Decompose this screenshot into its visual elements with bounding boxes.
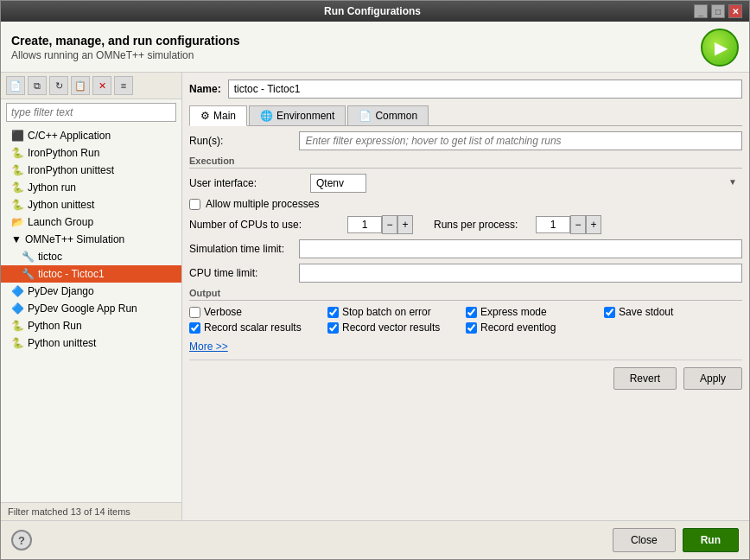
- tab-common[interactable]: 📄 Common: [347, 105, 429, 125]
- rpp-decrement[interactable]: −: [570, 215, 586, 234]
- tree-item-tictoc[interactable]: 🔧 tictoc: [1, 248, 181, 265]
- ironpython-unittest-label: IronPython unittest: [28, 164, 114, 176]
- left-panel: 📄 ⧉ ↻ 📋 ✕ ≡ ⬛ C/C++ Application 🐍 IronPy…: [1, 73, 182, 520]
- record-scalar-item: Record scalar results: [189, 321, 327, 334]
- python-unittest-icon: 🐍: [11, 337, 24, 349]
- ironpython-run-label: IronPython Run: [28, 147, 99, 159]
- cpp-icon: ⬛: [11, 130, 24, 142]
- tree-item-pydev-django[interactable]: 🔷 PyDev Django: [1, 283, 181, 300]
- output-section: Output Verbose Stop batch on error: [189, 288, 742, 353]
- filter-button[interactable]: ≡: [114, 76, 133, 95]
- minimize-button[interactable]: _: [694, 4, 708, 18]
- more-link[interactable]: More >>: [189, 340, 228, 353]
- tab-main[interactable]: ⚙ Main: [189, 105, 247, 126]
- sim-time-label: Simulation time limit:: [189, 243, 299, 255]
- help-button[interactable]: ?: [11, 530, 32, 550]
- tree-item-cpp[interactable]: ⬛ C/C++ Application: [1, 127, 181, 144]
- sim-time-input[interactable]: [299, 239, 742, 258]
- tictoc1-label: tictoc - Tictoc1: [38, 268, 105, 280]
- runs-input[interactable]: [299, 131, 742, 150]
- cpu-time-input[interactable]: [299, 264, 742, 283]
- num-cpus-increment[interactable]: +: [397, 215, 413, 234]
- ironpython-run-icon: 🐍: [11, 147, 24, 159]
- tree-item-pydev-google[interactable]: 🔷 PyDev Google App Run: [1, 300, 181, 317]
- record-vector-checkbox[interactable]: [327, 322, 339, 334]
- omnet-sim-label: OMNeT++ Simulation: [25, 233, 124, 245]
- main-tab-label: Main: [213, 110, 236, 122]
- ui-dropdown-wrap: Qtenv: [310, 174, 742, 193]
- allow-multiple-checkbox[interactable]: [189, 199, 200, 210]
- delete-button[interactable]: ✕: [92, 76, 111, 95]
- cpu-row: Number of CPUs to use: − + Runs per proc…: [189, 215, 742, 234]
- runs-per-process-input[interactable]: [536, 216, 570, 233]
- ui-dropdown[interactable]: Qtenv: [310, 174, 366, 193]
- tree-item-python-run[interactable]: 🐍 Python Run: [1, 317, 181, 334]
- jython-run-label: Jython run: [28, 181, 76, 194]
- save-stdout-checkbox[interactable]: [604, 307, 615, 318]
- tree-item-ironpython-unittest[interactable]: 🐍 IronPython unittest: [1, 162, 181, 179]
- duplicate-button[interactable]: ⧉: [28, 76, 47, 95]
- pydev-django-label: PyDev Django: [28, 285, 94, 297]
- record-vector-label: Record vector results: [342, 321, 440, 334]
- save-stdout-label: Save stdout: [619, 306, 673, 318]
- tree-item-jython-run[interactable]: 🐍 Jython run: [1, 179, 181, 196]
- ui-row: User interface: Qtenv: [189, 174, 742, 193]
- new-config-button[interactable]: 📄: [6, 76, 25, 95]
- form-area: Run(s): Execution User interface: Qtenv: [189, 131, 742, 513]
- search-input[interactable]: [6, 103, 176, 122]
- tabs: ⚙ Main 🌐 Environment 📄 Common: [189, 105, 742, 126]
- close-button[interactable]: Close: [613, 528, 676, 552]
- verbose-checkbox[interactable]: [189, 307, 200, 318]
- express-mode-label: Express mode: [480, 306, 547, 318]
- save-stdout-item: Save stdout: [604, 306, 742, 318]
- cpu-time-row: CPU time limit:: [189, 264, 742, 283]
- revert-button[interactable]: Revert: [613, 367, 677, 390]
- env-tab-icon: 🌐: [260, 110, 273, 122]
- launch-group-icon: 📂: [11, 216, 24, 228]
- window-controls: _ □ ✕: [694, 4, 742, 18]
- tree-item-launch-group[interactable]: 📂 Launch Group: [1, 213, 181, 231]
- run-configurations-window: Run Configurations _ □ ✕ Create, manage,…: [0, 0, 750, 560]
- copy-button[interactable]: 📋: [71, 76, 90, 95]
- output-grid: Verbose Stop batch on error Express mode: [189, 306, 742, 334]
- refresh-button[interactable]: ↻: [49, 76, 68, 95]
- window-title: Run Configurations: [51, 5, 694, 17]
- python-unittest-label: Python unittest: [28, 337, 96, 349]
- tree-item-jython-unittest[interactable]: 🐍 Jython unittest: [1, 196, 181, 213]
- rpp-increment[interactable]: +: [586, 215, 601, 234]
- run-icon[interactable]: [701, 29, 739, 67]
- allow-multiple-label: Allow multiple processes: [206, 198, 319, 210]
- name-row: Name:: [189, 80, 742, 99]
- runs-per-process-label: Runs per process:: [434, 219, 529, 231]
- express-mode-checkbox[interactable]: [466, 307, 477, 318]
- tree-item-omnet-simulation[interactable]: ▼ OMNeT++ Simulation: [1, 231, 181, 248]
- maximize-button[interactable]: □: [711, 4, 725, 18]
- panel-buttons: Revert Apply: [189, 360, 742, 390]
- python-run-icon: 🐍: [11, 320, 24, 332]
- python-run-label: Python Run: [28, 320, 82, 332]
- tree-item-python-unittest[interactable]: 🐍 Python unittest: [1, 334, 181, 352]
- tree-item-tictoc1[interactable]: 🔧 tictoc - Tictoc1: [1, 265, 181, 283]
- close-window-button[interactable]: ✕: [728, 4, 742, 18]
- record-scalar-checkbox[interactable]: [189, 322, 200, 334]
- record-eventlog-checkbox[interactable]: [466, 322, 477, 334]
- tree-item-ironpython-run[interactable]: 🐍 IronPython Run: [1, 144, 181, 162]
- pydev-google-label: PyDev Google App Run: [28, 302, 137, 315]
- stop-batch-checkbox[interactable]: [327, 307, 339, 318]
- pydev-google-icon: 🔷: [11, 302, 24, 315]
- tab-environment[interactable]: 🌐 Environment: [249, 105, 346, 125]
- output-section-label: Output: [189, 288, 742, 301]
- main-content: 📄 ⧉ ↻ 📋 ✕ ≡ ⬛ C/C++ Application 🐍 IronPy…: [1, 73, 749, 520]
- name-input[interactable]: [228, 80, 742, 99]
- verbose-label: Verbose: [204, 306, 242, 318]
- common-tab-label: Common: [375, 110, 417, 122]
- run-button[interactable]: Run: [683, 528, 739, 552]
- stop-batch-item: Stop batch on error: [327, 306, 466, 318]
- stop-batch-label: Stop batch on error: [342, 306, 431, 318]
- num-cpus-input[interactable]: [347, 216, 382, 233]
- omnet-sim-icon: ▼: [11, 233, 22, 245]
- ui-label: User interface:: [189, 177, 310, 189]
- apply-button[interactable]: Apply: [683, 367, 742, 390]
- num-cpus-decrement[interactable]: −: [382, 215, 397, 234]
- env-tab-label: Environment: [276, 110, 334, 122]
